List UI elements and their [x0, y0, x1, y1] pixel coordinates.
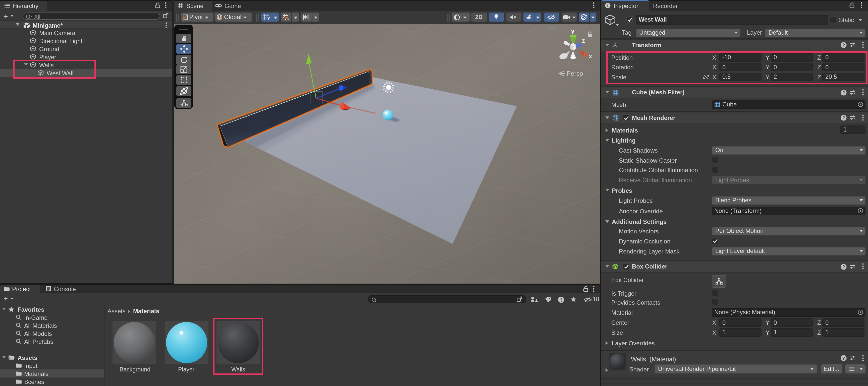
svg-text:Y: Y: [267, 17, 270, 21]
svg-text:?: ?: [842, 356, 845, 361]
svg-text:z: z: [582, 37, 585, 44]
svg-text:Persp: Persp: [566, 70, 583, 77]
svg-text:?: ?: [842, 43, 845, 47]
svg-text:x: x: [588, 53, 592, 60]
svg-text:?: ?: [842, 264, 845, 269]
svg-text:?: ?: [842, 90, 845, 95]
svg-text:y: y: [571, 28, 575, 34]
svg-text:?: ?: [842, 116, 845, 120]
